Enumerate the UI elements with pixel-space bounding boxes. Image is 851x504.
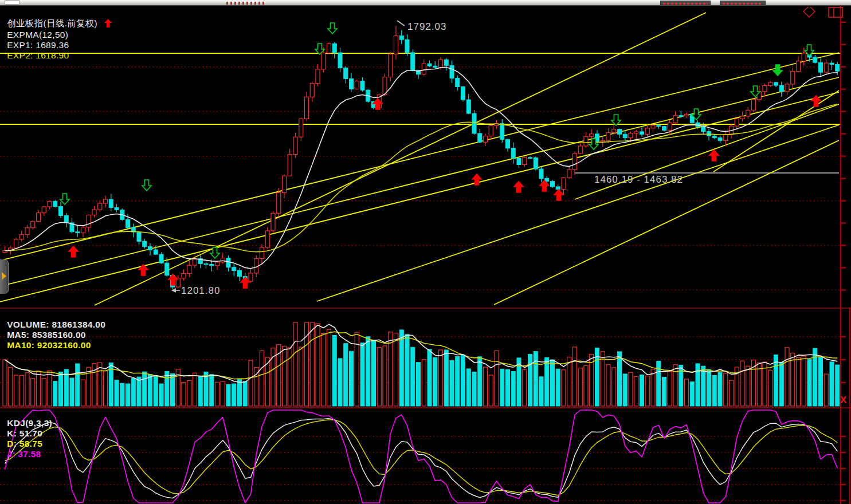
- up-arrow-icon: [104, 19, 112, 30]
- kdj-j-value: J: 37.58: [7, 449, 41, 459]
- kdj-pane-header: KDJ(9,3,3) K: 51.70 D: 58.75 J: 37.58: [2, 408, 58, 459]
- chart-toolbar: [799, 7, 844, 19]
- kdj-title: KDJ(9,3,3): [7, 418, 52, 428]
- volume-pane-header: VOLUME: 81861384.00 MA5: 85385160.00 MA1…: [2, 309, 111, 351]
- volume-ma10-value: MA10: 92032160.00: [7, 340, 91, 350]
- kdj-k-value: K: 51.70: [7, 428, 42, 438]
- exp2-value: EXP2: 1618.90: [7, 50, 69, 60]
- chart-title: 创业板指(日线.前复权): [7, 18, 97, 28]
- main-chart-header: 创业板指(日线.前复权) EXPMA(12,50) EXP1: 1689.36 …: [2, 7, 117, 61]
- low-price-annotation: 1201.80: [181, 285, 220, 297]
- split-window-icon[interactable]: [829, 7, 842, 17]
- expand-left-panel-tab[interactable]: [0, 259, 9, 294]
- peak-price-annotation: 1792.03: [407, 21, 446, 33]
- gap-range-annotation: 1460.19 - 1463.82: [594, 174, 683, 186]
- chart-canvas[interactable]: [0, 0, 851, 504]
- indicator-name: EXPMA(12,50): [7, 30, 68, 40]
- close-icon[interactable]: X: [840, 395, 845, 406]
- volume-value: VOLUME: 81861384.00: [7, 320, 105, 329]
- volume-ma5-value: MA5: 85385160.00: [7, 330, 86, 340]
- exp1-value: EXP1: 1689.36: [7, 40, 69, 50]
- expand-panel-arrow-icon: [2, 272, 6, 280]
- kdj-d-value: D: 58.75: [7, 439, 42, 448]
- diamond-tool-icon[interactable]: [803, 7, 815, 17]
